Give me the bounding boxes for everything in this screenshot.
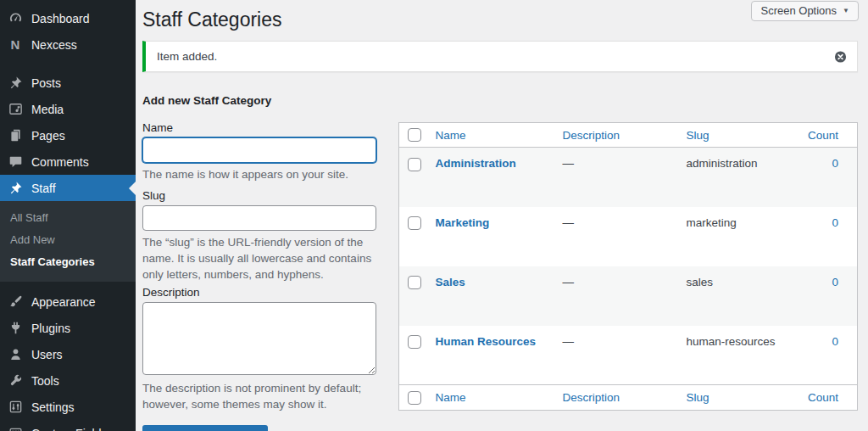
sidebar-item-label: Staff [31,182,56,195]
wp-admin-app: Dashboard N Nexcess Posts Media Pages [0,0,868,431]
sidebar-separator [0,58,136,70]
sidebar-item-label: Appearance [31,295,96,309]
screen-options-button[interactable]: Screen Options ▼ [751,1,859,21]
row-checkbox[interactable] [408,276,421,289]
sidebar-item-dashboard[interactable]: Dashboard [0,5,136,31]
sidebar-item-nexcess[interactable]: N Nexcess [0,31,136,58]
pushpin-icon [7,75,24,92]
column-header-slug[interactable]: Slug [687,129,709,142]
slug-label: Slug [142,189,376,203]
sidebar-item-media[interactable]: Media [0,96,136,122]
category-count-link[interactable]: 0 [832,276,838,288]
form-icon [7,425,24,431]
pushpin-icon [7,180,24,197]
slug-input[interactable] [142,205,376,231]
category-name-link[interactable]: Marketing [436,216,490,229]
sidebar-item-label: Settings [31,400,75,414]
column-header-description[interactable]: Description [563,129,620,142]
sidebar-item-posts[interactable]: Posts [0,70,136,96]
category-slug: sales [687,276,714,288]
main-content: Screen Options ▼ Staff Categories Item a… [136,0,868,431]
form-heading: Add new Staff Category [142,93,376,108]
sidebar-item-comments[interactable]: Comments [0,148,136,175]
sidebar-item-label: Pages [31,129,65,143]
sidebar-item-tools[interactable]: Tools [0,367,136,394]
dismiss-notice-button[interactable] [834,50,847,63]
sidebar-item-appearance[interactable]: Appearance [0,288,136,315]
submenu-item-add-new[interactable]: Add New [0,229,136,251]
success-notice: Item added. [142,41,858,72]
sidebar-item-label: Posts [31,76,61,90]
description-help-text: The description is not prominent by defa… [142,380,376,412]
category-slug: human-resources [687,335,776,348]
media-icon [7,101,24,118]
plug-icon [7,320,24,337]
table-footer-row: Name Description Slug Count [399,385,858,410]
name-label: Name [142,121,376,135]
sidebar-item-label: Nexcess [31,38,77,52]
sidebar-item-staff[interactable]: Staff [0,175,136,201]
row-checkbox[interactable] [408,158,421,171]
sidebar-item-label: Media [31,103,64,116]
sidebar-item-plugins[interactable]: Plugins [0,315,136,341]
row-checkbox[interactable] [408,216,421,230]
submenu-item-staff-categories[interactable]: Staff Categories [0,251,136,273]
category-slug: administration [687,157,758,170]
category-description: — [563,276,575,288]
table-row: Sales — sales 0 [399,266,858,326]
row-checkbox[interactable] [408,335,421,349]
description-label: Description [142,286,376,299]
sidebar-item-label: Users [31,348,63,361]
category-count-link[interactable]: 0 [832,335,838,348]
category-name-link[interactable]: Administration [436,157,516,170]
category-count-link[interactable]: 0 [832,216,838,229]
column-footer-name[interactable]: Name [436,391,466,404]
content-columns: Add new Staff Category Name The name is … [136,72,868,431]
table-row: Marketing — marketing 0 [399,207,858,266]
slug-help-text: The “slug” is the URL-friendly version o… [142,234,376,283]
category-name-link[interactable]: Human Resources [436,335,537,348]
pages-icon [7,127,24,144]
chevron-down-icon: ▼ [843,8,849,14]
sidebar-item-label: Dashboard [31,12,90,25]
select-all-checkbox[interactable] [408,391,421,405]
categories-table: Name Description Slug Count Administrati… [398,122,858,411]
submenu-item-all-staff[interactable]: All Staff [0,207,136,229]
sidebar-item-settings[interactable]: Settings [0,394,136,420]
add-category-submit-button[interactable] [142,425,268,431]
user-icon [7,346,24,363]
category-description: — [563,216,575,229]
description-textarea[interactable] [142,302,376,375]
comment-icon [7,154,24,171]
sidebar-item-label: Tools [31,374,59,388]
category-count-link[interactable]: 0 [832,157,838,170]
screen-options-label: Screen Options [760,4,837,17]
table-header-row: Name Description Slug Count [399,123,858,148]
column-footer-description[interactable]: Description [563,391,620,404]
sidebar-item-label: Comments [31,155,89,169]
paintbrush-icon [7,294,24,311]
name-input[interactable] [142,137,376,163]
staff-submenu: All Staff Add New Staff Categories [0,201,136,282]
notice-message: Item added. [157,50,217,63]
column-header-count[interactable]: Count [808,129,838,142]
categories-table-section: Name Description Slug Count Administrati… [398,122,858,411]
table-row: Human Resources — human-resources 0 [399,326,858,385]
sidebar-item-pages[interactable]: Pages [0,122,136,148]
category-name-link[interactable]: Sales [436,276,465,288]
table-row: Administration — administration 0 [399,148,858,207]
nexcess-icon: N [7,36,24,53]
sidebar-item-custom-fields[interactable]: Custom Fields [0,420,136,431]
category-description: — [563,335,575,348]
sidebar-item-users[interactable]: Users [0,341,136,367]
column-footer-slug[interactable]: Slug [687,391,709,404]
column-footer-count[interactable]: Count [808,391,838,404]
sliders-icon [7,399,24,416]
sidebar-item-label: Custom Fields [31,427,107,431]
category-description: — [563,157,575,170]
category-slug: marketing [687,216,737,229]
add-category-form: Add new Staff Category Name The name is … [136,72,376,431]
select-all-checkbox[interactable] [408,128,421,142]
name-help-text: The name is how it appears on your site. [142,166,376,182]
column-header-name[interactable]: Name [436,129,466,142]
